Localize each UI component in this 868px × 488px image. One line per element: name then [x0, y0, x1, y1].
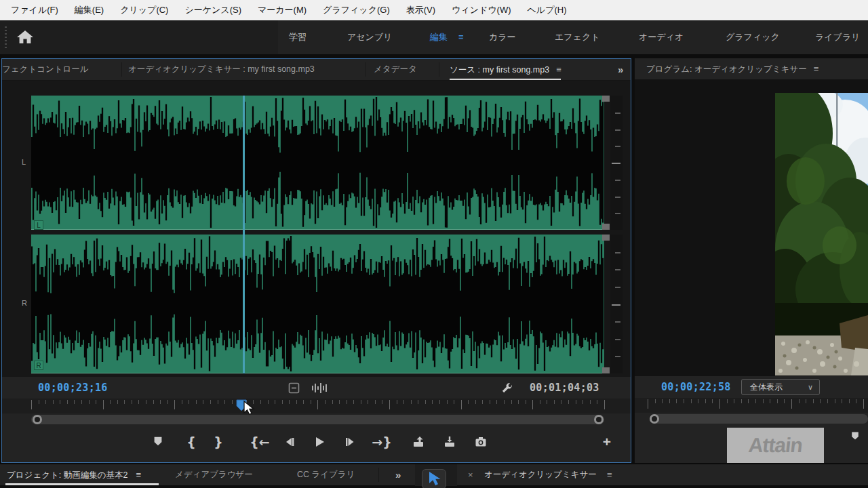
vscale-handle[interactable] [602, 96, 610, 102]
zoom-level-select[interactable]: 全体表示 ∨ [741, 379, 820, 395]
workspace-left-well [0, 20, 278, 54]
source-panel-tab-bar: フェクトコントロール オーディオクリップミキサー : my first song… [2, 59, 631, 81]
bottom-overflow-chevron[interactable]: » [395, 464, 401, 485]
workspace-tab-editing[interactable]: 編集≡ [430, 20, 463, 54]
step-forward-button[interactable] [342, 433, 359, 451]
insert-button[interactable] [410, 433, 427, 451]
play-button[interactable] [311, 433, 328, 451]
waveform-right [31, 235, 604, 373]
tab-media-browser[interactable]: メディアブラウザー [175, 464, 253, 485]
channel-left-gutter-label: L [22, 158, 26, 166]
program-video-frame [775, 93, 868, 375]
program-panel-menu-icon[interactable]: ≡ [814, 64, 818, 74]
menu-clip[interactable]: クリップ(C) [112, 4, 176, 16]
program-title: プログラム: オーディオクリップミキサー [646, 64, 807, 74]
tab-audio-clip-mixer-bottom[interactable]: オーディオクリップミキサー [484, 464, 597, 485]
tab-cc-libraries[interactable]: CC ライブラリ [297, 464, 355, 485]
ruler-ticks [648, 399, 866, 411]
zoom-handle-left[interactable] [650, 414, 659, 424]
waveform-lane-left[interactable] [31, 96, 604, 230]
project-panel-menu-icon[interactable]: ≡ [136, 470, 140, 480]
menu-marker[interactable]: マーカー(M) [250, 4, 315, 16]
close-icon[interactable]: × [468, 464, 473, 485]
vertical-scale-left[interactable] [610, 96, 623, 230]
overwrite-button[interactable] [441, 433, 458, 451]
step-back-button[interactable] [280, 433, 298, 451]
mouse-cursor [243, 401, 256, 420]
zoom-level-value: 全体表示 [750, 382, 783, 392]
menu-graphics[interactable]: グラフィック(G) [315, 4, 398, 16]
vertical-scale-right[interactable] [610, 235, 623, 373]
source-waveform-viewer[interactable]: L R L R [2, 81, 631, 377]
ruler-ticks [31, 400, 604, 412]
tab-source[interactable]: ソース : my first song.mp3≡ [450, 59, 561, 80]
vscale-handle[interactable] [602, 224, 610, 230]
vscale-handle[interactable] [602, 367, 610, 373]
go-to-in-button[interactable]: {← [248, 433, 272, 451]
menu-file[interactable]: ファイル(F) [3, 4, 66, 16]
program-add-marker-button[interactable] [846, 428, 864, 446]
source-time-ruler[interactable] [2, 399, 631, 413]
video-frame-image [775, 93, 868, 375]
menu-bar: ファイル(F) 編集(E) クリップ(C) シーケンス(S) マーカー(M) グ… [0, 0, 868, 20]
tools-panel [415, 464, 457, 486]
source-current-timecode: 00;00;23;16 [38, 382, 108, 394]
mixer-panel-menu-icon[interactable]: ≡ [607, 464, 612, 485]
menu-sequence[interactable]: シーケンス(S) [176, 4, 250, 16]
tab-project-label: プロジェクト: 動画編集の基本2 [7, 470, 127, 480]
drag-audio-only-icon[interactable] [311, 382, 328, 396]
workspace-tab-assembly[interactable]: アセンブリ [347, 20, 393, 54]
tab-effect-controls[interactable]: フェクトコントロール [2, 59, 89, 80]
program-time-ruler[interactable] [635, 398, 868, 413]
workspace-tab-effects[interactable]: エフェクト [555, 20, 600, 54]
tab-separator [439, 62, 439, 77]
program-info-bar: 00;00;22;58 全体表示 ∨ [635, 376, 868, 398]
workspace-tab-audio[interactable]: オーディオ [639, 20, 684, 54]
panel-grip [5, 26, 7, 48]
menu-window[interactable]: ウィンドウ(W) [443, 4, 519, 16]
home-icon[interactable] [15, 28, 35, 47]
source-zoom-scrollbar[interactable] [2, 413, 631, 426]
workspace-menu-icon[interactable]: ≡ [458, 32, 463, 42]
tab-project[interactable]: プロジェクト: 動画編集の基本2≡ [7, 464, 140, 485]
drag-video-only-icon[interactable] [288, 382, 300, 396]
tab-metadata[interactable]: メタデータ [374, 59, 417, 80]
premiere-window: ファイル(F) 編集(E) クリップ(C) シーケンス(S) マーカー(M) グ… [0, 0, 868, 488]
button-editor-plus[interactable]: + [598, 433, 616, 451]
waveform-lane-right[interactable] [31, 235, 604, 373]
tab-audio-clip-mixer[interactable]: オーディオクリップミキサー : my first song.mp3 [128, 59, 315, 80]
zoom-handle-right[interactable] [594, 415, 604, 424]
menu-help[interactable]: ヘルプ(H) [519, 4, 575, 16]
tab-program[interactable]: プログラム: オーディオクリップミキサー≡ [646, 58, 818, 79]
vscale-handle[interactable] [602, 235, 610, 241]
source-panel-menu-icon[interactable]: ≡ [556, 64, 561, 75]
menu-view[interactable]: 表示(V) [398, 4, 443, 16]
tab-separator [378, 468, 379, 482]
playhead-line[interactable] [243, 96, 245, 373]
export-frame-camera-button[interactable] [472, 433, 490, 451]
active-tab-underline [5, 483, 159, 485]
zoom-handle-left[interactable] [33, 415, 42, 424]
mark-in-button[interactable]: { [182, 433, 200, 451]
tab-overflow-chevron[interactable]: » [618, 59, 623, 80]
source-monitor-panel: フェクトコントロール オーディオクリップミキサー : my first song… [1, 58, 631, 463]
watermark-text: Attain [747, 434, 804, 457]
lane-badge-right: R [34, 361, 43, 370]
settings-wrench-icon[interactable] [500, 382, 513, 397]
selection-tool-button[interactable] [422, 469, 446, 488]
program-monitor-panel: プログラム: オーディオクリップミキサー≡ [635, 58, 868, 463]
workspace-tab-graphics[interactable]: グラフィック [726, 20, 780, 54]
menu-edit[interactable]: 編集(E) [66, 4, 112, 16]
workspace-tab-learning[interactable]: 学習 [289, 20, 307, 54]
program-video-viewer[interactable] [635, 80, 868, 376]
add-marker-button[interactable] [149, 433, 167, 451]
mark-out-button[interactable]: } [210, 433, 227, 451]
zoom-track[interactable] [650, 414, 868, 424]
program-zoom-scrollbar[interactable] [635, 413, 868, 425]
program-panel-tab-bar: プログラム: オーディオクリップミキサー≡ [635, 58, 868, 80]
go-to-out-button[interactable]: →} [370, 433, 394, 451]
workspace-tab-color[interactable]: カラー [489, 20, 516, 54]
workspace-tab-libraries[interactable]: ライブラリ [815, 20, 861, 54]
source-transport-controls: { } {← →} + [2, 426, 631, 462]
zoom-track[interactable] [31, 415, 604, 424]
